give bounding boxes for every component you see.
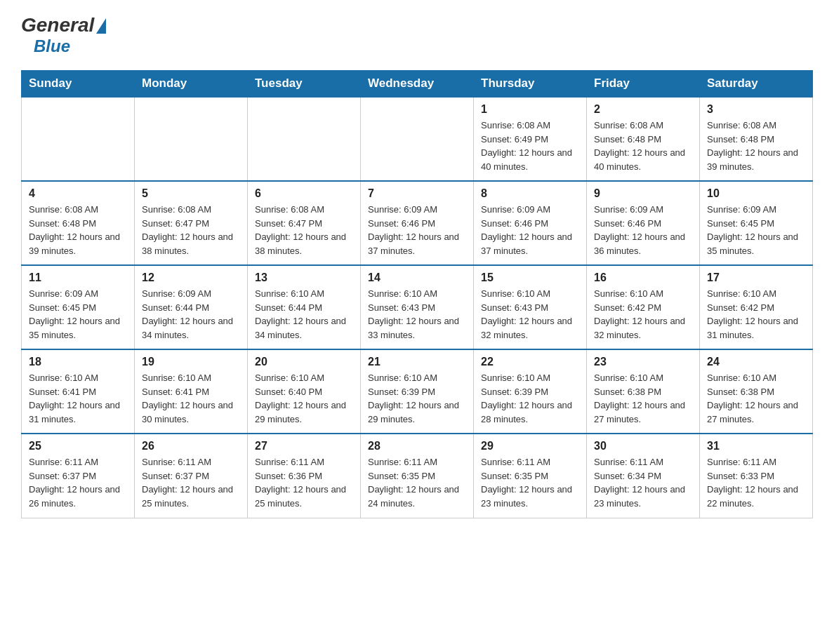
day-info: Sunrise: 6:09 AMSunset: 6:45 PMDaylight:… (29, 287, 127, 342)
day-number: 1 (481, 103, 579, 116)
calendar-cell: 26Sunrise: 6:11 AMSunset: 6:37 PMDayligh… (135, 434, 248, 518)
calendar-header-friday: Friday (587, 71, 700, 98)
day-number: 12 (142, 271, 240, 284)
day-number: 21 (368, 356, 466, 368)
calendar-cell: 21Sunrise: 6:10 AMSunset: 6:39 PMDayligh… (361, 349, 474, 434)
logo-blue-text: Blue (34, 36, 70, 56)
day-info: Sunrise: 6:10 AMSunset: 6:41 PMDaylight:… (142, 371, 240, 426)
calendar-header-wednesday: Wednesday (361, 71, 474, 98)
calendar-header-sunday: Sunday (22, 71, 135, 98)
day-info: Sunrise: 6:10 AMSunset: 6:39 PMDaylight:… (481, 371, 579, 426)
day-info: Sunrise: 6:10 AMSunset: 6:38 PMDaylight:… (594, 371, 692, 426)
calendar-week-row: 18Sunrise: 6:10 AMSunset: 6:41 PMDayligh… (22, 349, 813, 434)
day-info: Sunrise: 6:08 AMSunset: 6:47 PMDaylight:… (255, 203, 353, 257)
day-info: Sunrise: 6:08 AMSunset: 6:48 PMDaylight:… (29, 203, 127, 257)
day-info: Sunrise: 6:11 AMSunset: 6:35 PMDaylight:… (481, 455, 579, 510)
calendar-cell (135, 97, 248, 181)
day-number: 5 (142, 187, 240, 200)
calendar-cell: 20Sunrise: 6:10 AMSunset: 6:40 PMDayligh… (248, 349, 361, 434)
day-number: 27 (255, 440, 353, 452)
day-number: 22 (481, 356, 579, 368)
day-number: 31 (707, 440, 805, 452)
day-info: Sunrise: 6:10 AMSunset: 6:40 PMDaylight:… (255, 371, 353, 426)
day-info: Sunrise: 6:09 AMSunset: 6:46 PMDaylight:… (594, 203, 692, 257)
calendar-cell: 11Sunrise: 6:09 AMSunset: 6:45 PMDayligh… (22, 265, 135, 349)
calendar-cell: 1Sunrise: 6:08 AMSunset: 6:49 PMDaylight… (474, 97, 587, 181)
calendar-cell: 13Sunrise: 6:10 AMSunset: 6:44 PMDayligh… (248, 265, 361, 349)
calendar-table: SundayMondayTuesdayWednesdayThursdayFrid… (21, 70, 813, 518)
calendar-cell: 3Sunrise: 6:08 AMSunset: 6:48 PMDaylight… (700, 97, 813, 181)
calendar-cell: 17Sunrise: 6:10 AMSunset: 6:42 PMDayligh… (700, 265, 813, 349)
day-info: Sunrise: 6:11 AMSunset: 6:36 PMDaylight:… (255, 455, 353, 510)
calendar-cell: 8Sunrise: 6:09 AMSunset: 6:46 PMDaylight… (474, 181, 587, 265)
calendar-cell: 9Sunrise: 6:09 AMSunset: 6:46 PMDaylight… (587, 181, 700, 265)
calendar-header-tuesday: Tuesday (248, 71, 361, 98)
calendar-week-row: 4Sunrise: 6:08 AMSunset: 6:48 PMDaylight… (22, 181, 813, 265)
calendar-header-saturday: Saturday (700, 71, 813, 98)
day-info: Sunrise: 6:10 AMSunset: 6:38 PMDaylight:… (707, 371, 805, 426)
day-number: 6 (255, 187, 353, 200)
day-number: 25 (29, 440, 127, 452)
calendar-cell: 27Sunrise: 6:11 AMSunset: 6:36 PMDayligh… (248, 434, 361, 518)
day-number: 13 (255, 271, 353, 284)
calendar-cell: 14Sunrise: 6:10 AMSunset: 6:43 PMDayligh… (361, 265, 474, 349)
calendar-week-row: 1Sunrise: 6:08 AMSunset: 6:49 PMDaylight… (22, 97, 813, 181)
logo: General Blue (21, 14, 106, 56)
calendar-cell: 25Sunrise: 6:11 AMSunset: 6:37 PMDayligh… (22, 434, 135, 518)
calendar-cell: 24Sunrise: 6:10 AMSunset: 6:38 PMDayligh… (700, 349, 813, 434)
calendar-header-monday: Monday (135, 71, 248, 98)
day-info: Sunrise: 6:08 AMSunset: 6:48 PMDaylight:… (594, 119, 692, 173)
day-info: Sunrise: 6:09 AMSunset: 6:46 PMDaylight:… (481, 203, 579, 257)
day-number: 20 (255, 356, 353, 368)
day-info: Sunrise: 6:10 AMSunset: 6:43 PMDaylight:… (368, 287, 466, 342)
day-number: 15 (481, 271, 579, 284)
calendar-cell: 2Sunrise: 6:08 AMSunset: 6:48 PMDaylight… (587, 97, 700, 181)
calendar-cell: 15Sunrise: 6:10 AMSunset: 6:43 PMDayligh… (474, 265, 587, 349)
calendar-cell: 22Sunrise: 6:10 AMSunset: 6:39 PMDayligh… (474, 349, 587, 434)
calendar-cell: 4Sunrise: 6:08 AMSunset: 6:48 PMDaylight… (22, 181, 135, 265)
day-info: Sunrise: 6:09 AMSunset: 6:44 PMDaylight:… (142, 287, 240, 342)
day-number: 19 (142, 356, 240, 368)
calendar-cell: 7Sunrise: 6:09 AMSunset: 6:46 PMDaylight… (361, 181, 474, 265)
calendar-cell: 23Sunrise: 6:10 AMSunset: 6:38 PMDayligh… (587, 349, 700, 434)
calendar-cell: 5Sunrise: 6:08 AMSunset: 6:47 PMDaylight… (135, 181, 248, 265)
calendar-week-row: 11Sunrise: 6:09 AMSunset: 6:45 PMDayligh… (22, 265, 813, 349)
calendar-cell: 12Sunrise: 6:09 AMSunset: 6:44 PMDayligh… (135, 265, 248, 349)
calendar-cell (361, 97, 474, 181)
calendar-week-row: 25Sunrise: 6:11 AMSunset: 6:37 PMDayligh… (22, 434, 813, 518)
calendar-cell: 10Sunrise: 6:09 AMSunset: 6:45 PMDayligh… (700, 181, 813, 265)
day-number: 18 (29, 356, 127, 368)
day-number: 3 (707, 103, 805, 116)
day-info: Sunrise: 6:08 AMSunset: 6:48 PMDaylight:… (707, 119, 805, 173)
day-number: 17 (707, 271, 805, 284)
day-info: Sunrise: 6:09 AMSunset: 6:45 PMDaylight:… (707, 203, 805, 257)
day-number: 16 (594, 271, 692, 284)
calendar-header-thursday: Thursday (474, 71, 587, 98)
day-number: 9 (594, 187, 692, 200)
day-info: Sunrise: 6:09 AMSunset: 6:46 PMDaylight:… (368, 203, 466, 257)
day-number: 26 (142, 440, 240, 452)
day-info: Sunrise: 6:11 AMSunset: 6:37 PMDaylight:… (29, 455, 127, 510)
day-info: Sunrise: 6:10 AMSunset: 6:39 PMDaylight:… (368, 371, 466, 426)
day-info: Sunrise: 6:08 AMSunset: 6:47 PMDaylight:… (142, 203, 240, 257)
day-info: Sunrise: 6:10 AMSunset: 6:42 PMDaylight:… (707, 287, 805, 342)
day-info: Sunrise: 6:10 AMSunset: 6:43 PMDaylight:… (481, 287, 579, 342)
calendar-cell: 19Sunrise: 6:10 AMSunset: 6:41 PMDayligh… (135, 349, 248, 434)
calendar-cell (22, 97, 135, 181)
day-info: Sunrise: 6:10 AMSunset: 6:41 PMDaylight:… (29, 371, 127, 426)
calendar-cell: 16Sunrise: 6:10 AMSunset: 6:42 PMDayligh… (587, 265, 700, 349)
day-number: 14 (368, 271, 466, 284)
day-info: Sunrise: 6:08 AMSunset: 6:49 PMDaylight:… (481, 119, 579, 173)
calendar-cell (248, 97, 361, 181)
day-number: 4 (29, 187, 127, 200)
logo-general-text: General (21, 14, 94, 36)
calendar-cell: 6Sunrise: 6:08 AMSunset: 6:47 PMDaylight… (248, 181, 361, 265)
day-info: Sunrise: 6:11 AMSunset: 6:34 PMDaylight:… (594, 455, 692, 510)
calendar-header-row: SundayMondayTuesdayWednesdayThursdayFrid… (22, 71, 813, 98)
day-number: 24 (707, 356, 805, 368)
day-number: 30 (594, 440, 692, 452)
day-number: 23 (594, 356, 692, 368)
logo-triangle-icon (96, 18, 106, 34)
calendar-cell: 30Sunrise: 6:11 AMSunset: 6:34 PMDayligh… (587, 434, 700, 518)
day-number: 11 (29, 271, 127, 284)
